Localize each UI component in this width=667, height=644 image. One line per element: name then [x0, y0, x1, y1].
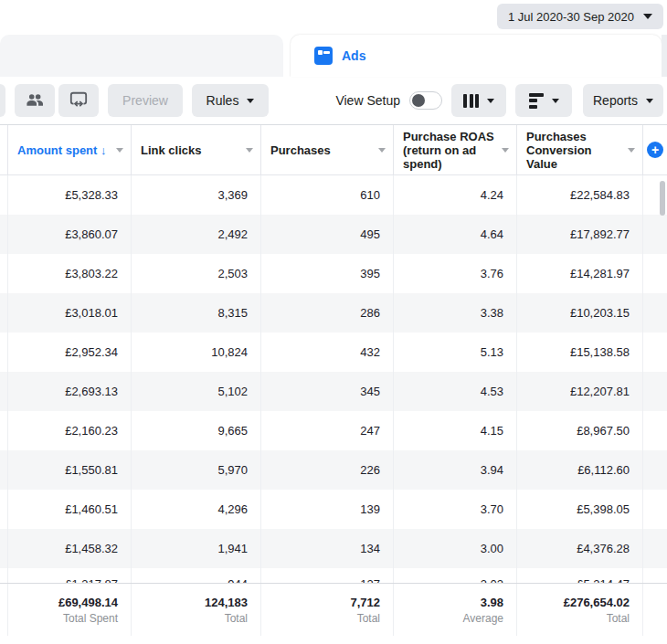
cell-purchase-roas: 4.53	[393, 372, 516, 411]
table-row: £1,458.321,9411343.00£4,376.28	[0, 529, 667, 568]
row-end-cell	[642, 333, 667, 372]
chevron-down-icon	[552, 99, 559, 103]
cell-conversion-value: £22,584.83	[516, 175, 642, 215]
audience-button[interactable]	[15, 84, 55, 117]
cell-amount-spent: £3,803.22	[7, 254, 131, 293]
column-menu-icon[interactable]	[628, 148, 635, 153]
row-end-cell	[642, 293, 667, 333]
column-menu-icon[interactable]	[246, 148, 253, 153]
cell-conversion-value: £5,214.47	[516, 568, 642, 583]
toggle-knob	[412, 94, 425, 107]
totals-cell-conversion-value: £276,654.02 Total	[516, 584, 642, 636]
cell-conversion-value: £15,138.58	[516, 333, 642, 372]
clipped-cell	[0, 175, 7, 215]
table-body: £5,328.333,3696104.24£22,584.83£3,860.07…	[0, 175, 667, 583]
cell-purchase-roas: 5.13	[393, 333, 516, 372]
add-column-cell: +	[642, 125, 667, 174]
clipped-toolbar-button[interactable]	[0, 84, 5, 117]
columns-icon	[463, 94, 479, 108]
cell-purchases: 395	[260, 254, 393, 293]
cell-amount-spent: £2,693.13	[7, 372, 131, 411]
column-header-link-clicks[interactable]: Link clicks	[131, 125, 260, 174]
total-amount-spent: £69,498.14	[58, 596, 118, 609]
clipped-cell	[0, 372, 7, 411]
cell-conversion-value: £8,967.50	[516, 411, 642, 450]
date-range-selector[interactable]: 1 Jul 2020-30 Sep 2020	[497, 4, 663, 29]
clipped-cell	[0, 568, 7, 583]
cell-link-clicks: 5,102	[131, 372, 260, 411]
cell-purchase-roas: 3.76	[393, 254, 516, 293]
toolbar: Preview Rules View Setup Reports	[0, 77, 667, 124]
clipped-cell	[0, 411, 7, 450]
column-header-purchases-conversion-value[interactable]: Purchases Conversion Value	[516, 125, 642, 174]
preview-button[interactable]: Preview	[108, 84, 183, 117]
cell-conversion-value: £6,112.60	[516, 450, 642, 490]
clipped-cell	[0, 293, 7, 333]
row-end-cell	[642, 490, 667, 529]
table-row: £2,952.3410,8244325.13£15,138.58	[0, 333, 667, 372]
cell-link-clicks: 3,369	[131, 175, 260, 215]
clipped-cell	[0, 529, 7, 568]
total-caption: Total	[357, 612, 380, 625]
cell-amount-spent: £3,860.07	[7, 215, 131, 254]
column-label-purchase-roas: Purchase ROAS (return on ad spend)	[403, 130, 502, 171]
chevron-down-icon	[643, 14, 652, 19]
view-setup-label: View Setup	[335, 93, 400, 108]
plus-icon[interactable]: +	[647, 142, 663, 158]
ab-test-icon	[69, 90, 89, 111]
cell-purchase-roas: 3.38	[393, 293, 516, 333]
chevron-down-icon	[646, 99, 653, 103]
totals-cell-amount-spent: £69,498.14 Total Spent	[7, 584, 131, 636]
table-row: £1,460.514,2961393.70£5,398.05	[0, 490, 667, 529]
tab-adsets-partial[interactable]	[0, 35, 283, 77]
cell-amount-spent: £1,317.87	[7, 568, 131, 583]
cell-conversion-value: £17,892.77	[516, 215, 642, 254]
column-header-purchase-roas[interactable]: Purchase ROAS (return on ad spend)	[393, 125, 516, 174]
rules-label: Rules	[206, 93, 239, 108]
clipped-cell	[0, 254, 7, 293]
view-setup-toggle[interactable]	[409, 91, 442, 110]
cell-purchases: 134	[260, 529, 393, 568]
cell-purchase-roas: 3.70	[393, 490, 516, 529]
row-end-cell	[642, 568, 667, 583]
rules-button[interactable]: Rules	[192, 84, 269, 117]
column-menu-icon[interactable]	[378, 148, 386, 153]
table-row: £3,860.072,4924954.64£17,892.77	[0, 215, 667, 254]
row-end-cell	[642, 529, 667, 568]
vertical-scrollbar-thumb[interactable]	[660, 181, 665, 216]
reports-button[interactable]: Reports	[583, 84, 663, 117]
cell-purchases: 226	[260, 450, 393, 490]
column-label-link-clicks: Link clicks	[141, 143, 246, 157]
cell-link-clicks: 9,665	[131, 411, 260, 450]
date-range-label: 1 Jul 2020-30 Sep 2020	[508, 10, 634, 24]
column-label-purchases: Purchases	[270, 143, 378, 157]
cell-link-clicks: 2,503	[131, 254, 260, 293]
cell-purchases: 495	[260, 215, 393, 254]
chevron-down-icon	[487, 99, 494, 103]
totals-row: £69,498.14 Total Spent 124,183 Total 7,7…	[0, 583, 667, 636]
people-icon	[26, 92, 44, 109]
ab-test-button[interactable]	[58, 84, 99, 117]
cell-purchases: 127	[260, 568, 393, 583]
column-header-amount-spent[interactable]: Amount spent ↓	[7, 125, 131, 174]
total-caption: Total Spent	[63, 612, 118, 625]
tab-ads[interactable]: Ads	[291, 35, 662, 77]
cell-link-clicks: 5,970	[131, 450, 260, 490]
cell-conversion-value: £12,207.81	[516, 372, 642, 411]
table-row: £5,328.333,3696104.24£22,584.83	[0, 175, 667, 215]
row-end-cell	[642, 215, 667, 254]
column-menu-icon[interactable]	[116, 148, 123, 153]
column-header-purchases[interactable]: Purchases	[260, 125, 393, 174]
cell-purchases: 610	[260, 175, 393, 215]
breakdown-button[interactable]	[515, 84, 572, 117]
total-link-clicks: 124,183	[205, 596, 248, 609]
tab-bar: Ads	[0, 33, 667, 77]
cell-purchase-roas: 3.02	[393, 568, 516, 583]
table-row: £1,550.815,9702263.94£6,112.60	[0, 450, 667, 490]
columns-button[interactable]	[451, 84, 506, 117]
column-menu-icon[interactable]	[502, 148, 509, 153]
cell-amount-spent: £5,328.33	[7, 175, 131, 215]
cell-purchases: 247	[260, 411, 393, 450]
cell-amount-spent: £2,160.23	[7, 411, 131, 450]
cell-amount-spent: £1,460.51	[7, 490, 131, 529]
